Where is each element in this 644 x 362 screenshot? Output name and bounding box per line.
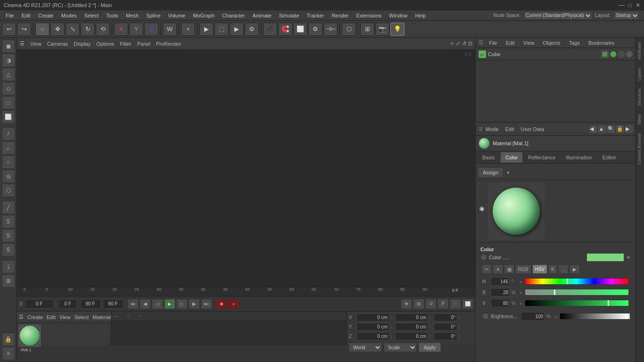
mirror-btn[interactable]: ⊣⊢ [323, 23, 338, 36]
menu-simulate[interactable]: Simulate [275, 10, 303, 21]
tool-s7[interactable]: S [2, 243, 15, 256]
menu-file[interactable]: File [2, 10, 18, 21]
undo-btn[interactable]: ↩ [2, 23, 16, 36]
tool-object-mode[interactable]: □ [2, 96, 15, 109]
close-btn[interactable]: ✕ [636, 2, 640, 8]
tool-lock[interactable]: 🔒 [2, 333, 15, 346]
obj-vis-dot-gray[interactable] [618, 51, 625, 58]
viewport-cameras-menu[interactable]: Cameras [47, 41, 68, 47]
menu-character[interactable]: Character [218, 10, 248, 21]
v-slider-track[interactable] [525, 300, 629, 306]
menu-help[interactable]: Help [411, 10, 429, 21]
menu-spline[interactable]: Spline [142, 10, 165, 21]
om-file-menu[interactable]: File [486, 40, 500, 46]
obj-preview-icon[interactable] [601, 50, 609, 58]
viewport-filter-menu[interactable]: Filter [120, 41, 131, 47]
tab-basic[interactable]: Basic [478, 152, 500, 163]
cp-scissors-btn[interactable]: ✂ [481, 264, 492, 274]
cp-options-btn[interactable]: … [558, 264, 569, 274]
color-preview-bar[interactable] [586, 253, 624, 262]
viewport-menu-icon[interactable]: ☰ [20, 41, 25, 47]
mat-view-menu[interactable]: View [59, 314, 71, 320]
window-controls[interactable]: — □ ✕ [619, 2, 640, 8]
auto-key-btn[interactable]: ● [228, 299, 239, 309]
snap-btn[interactable]: 🧲 [278, 23, 292, 36]
viewport-display-menu[interactable]: Display [74, 41, 91, 47]
snap-2-btn[interactable]: ⬜ [293, 23, 307, 36]
timeline-mode-4[interactable]: P [438, 299, 449, 309]
viewport-prorender-menu[interactable]: ProRender [156, 41, 181, 47]
h-input[interactable] [434, 313, 457, 321]
b-arrow[interactable]: ↕ [458, 334, 460, 338]
tool-edge-mode[interactable]: △ [2, 68, 15, 81]
attr-nav-back[interactable]: ◀ [589, 125, 597, 133]
tool-s6[interactable]: S [2, 229, 15, 242]
menu-edit[interactable]: Edit [18, 10, 34, 21]
y-axis-btn[interactable]: Y [129, 23, 143, 36]
live-selection-btn[interactable]: ○ [35, 23, 50, 36]
menu-create[interactable]: Create [34, 10, 58, 21]
color-enable-dot[interactable] [480, 254, 487, 261]
cp-gradient-btn[interactable]: ▦ [504, 264, 514, 274]
timeline-mode-3[interactable]: ↺ [425, 299, 437, 309]
render-region-btn[interactable]: ⬚ [215, 23, 229, 36]
mat-collapse-dot[interactable]: ▼ [479, 206, 484, 211]
tool-box-mode[interactable]: ⬜ [2, 110, 15, 123]
tool-deform[interactable]: ⤹ [2, 260, 15, 273]
timeline-mode-1[interactable]: ✥ [401, 299, 412, 309]
om-tags-menu[interactable]: Tags [566, 40, 583, 46]
next-key-btn[interactable]: ▷ [176, 299, 188, 309]
vtab-attributes[interactable]: Attributes [636, 38, 644, 64]
attr-mode-btn[interactable]: Mode [486, 126, 499, 132]
brightness-slider-track[interactable] [560, 313, 629, 320]
tool-model-mode[interactable]: ◼ [2, 40, 15, 53]
coord-z-arrow2[interactable]: ↕ [429, 334, 431, 338]
tool-texture-mode[interactable]: ◑ [2, 54, 15, 67]
tool-s3[interactable]: ◎ [2, 170, 15, 183]
timeline-mode-2[interactable]: ⊞ [413, 299, 424, 309]
obj-vis-dot-dark[interactable] [626, 51, 633, 58]
menu-tools[interactable]: Tools [102, 10, 122, 21]
menu-window[interactable]: Window [385, 10, 411, 21]
timeline-expand-btn[interactable]: ⬜ [462, 299, 473, 309]
viewport-options-menu[interactable]: Options [96, 41, 114, 47]
render-view-btn[interactable]: ▶ [230, 23, 244, 36]
z-axis-btn[interactable]: Z [144, 23, 158, 36]
attr-edit-btn[interactable]: Edit [505, 126, 514, 132]
material-slot-1[interactable] [19, 325, 41, 346]
viewport-icon-2[interactable]: ⤢ [456, 41, 460, 47]
tool-s2[interactable]: ○ [2, 156, 15, 169]
tool-settings[interactable]: ≡ [2, 347, 15, 360]
h-up-arrow[interactable]: ▲ [519, 280, 523, 284]
tool-grid[interactable]: ⊞ [2, 274, 15, 288]
prev-frame-btn[interactable]: ◀ [140, 299, 151, 309]
mat-menu-icon[interactable]: ☰ [19, 314, 24, 320]
vtab-layers[interactable]: Layers [636, 64, 644, 84]
record-active-btn[interactable]: ⏺ [216, 299, 227, 309]
camera-btn[interactable]: 📷 [375, 23, 389, 36]
s-slider-track[interactable] [525, 289, 629, 296]
attr-userdata-btn[interactable]: User Data [521, 126, 545, 132]
end-frame-input[interactable] [80, 299, 101, 309]
menu-mesh[interactable]: Mesh [122, 10, 142, 21]
world-dropdown[interactable]: World [349, 343, 382, 352]
maximize-btn[interactable]: □ [628, 2, 632, 8]
tool-s5[interactable]: S [2, 215, 15, 228]
s-value-input[interactable] [491, 288, 510, 296]
menu-mograph[interactable]: MoGraph [189, 10, 218, 21]
mat-material-menu[interactable]: Material [92, 314, 111, 320]
last-frame-btn[interactable]: ⏭ [201, 299, 212, 309]
apply-btn[interactable]: Apply [419, 343, 441, 352]
floor-btn[interactable]: ⬡ [342, 23, 356, 36]
cp-hsv-mode[interactable]: HSV [532, 264, 548, 274]
coord-z-arrow[interactable]: ↕ [390, 334, 392, 338]
tool-spline-draw[interactable]: / [2, 127, 15, 140]
brightness-value-input[interactable] [521, 312, 545, 321]
render-settings-btn[interactable]: ⚙ [245, 23, 259, 36]
h-slider-track[interactable] [525, 278, 629, 285]
snap-cube-btn[interactable]: ⬛ [263, 23, 277, 36]
add-obj-btn[interactable]: + [181, 23, 195, 36]
layout-dropdown[interactable]: Startup [613, 11, 639, 20]
grid-btn[interactable]: ⊞ [360, 23, 374, 36]
viewport-icon-3[interactable]: ↺ [462, 41, 466, 47]
